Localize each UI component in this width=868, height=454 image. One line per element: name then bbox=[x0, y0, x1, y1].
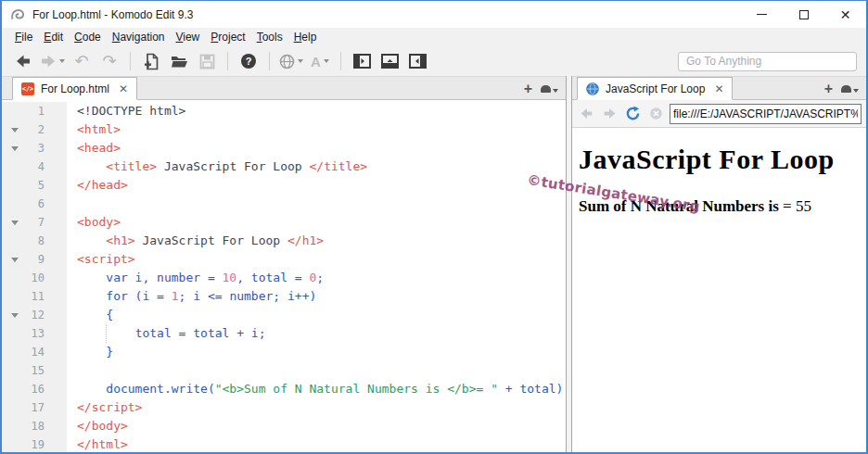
code-line[interactable]: total = total + i; bbox=[77, 324, 566, 343]
font-size-icon: A bbox=[311, 54, 321, 69]
undo-button[interactable]: ↶ bbox=[70, 49, 93, 73]
fold-arrow-icon[interactable] bbox=[11, 258, 26, 262]
menu-help[interactable]: Help bbox=[288, 31, 323, 44]
code-line[interactable]: { bbox=[77, 306, 566, 324]
pane-splitter[interactable] bbox=[566, 76, 572, 452]
line-number: 12 bbox=[26, 306, 45, 324]
new-tab-button[interactable]: + bbox=[524, 83, 532, 95]
code-token bbox=[77, 233, 106, 247]
toolbar: ↶ ↷ ? bbox=[2, 46, 866, 76]
code-line[interactable]: <html> bbox=[77, 120, 566, 139]
toggle-right-pane-button[interactable] bbox=[406, 49, 428, 73]
browser-preview-button[interactable] bbox=[279, 49, 303, 73]
font-size-button[interactable]: A bbox=[309, 49, 331, 73]
fold-arrow-icon[interactable] bbox=[11, 128, 26, 132]
code-line[interactable]: <script> bbox=[77, 250, 566, 269]
forward-icon bbox=[40, 53, 57, 69]
new-tab-button[interactable]: + bbox=[824, 83, 833, 95]
code-area[interactable]: <!DOCTYPE html><html><head> <title> Java… bbox=[67, 102, 566, 452]
tab-menu-button[interactable] bbox=[541, 85, 558, 93]
back-button[interactable] bbox=[12, 49, 34, 73]
gutter-row: 13 bbox=[2, 324, 67, 343]
komodo-app-icon bbox=[10, 7, 25, 22]
code-line[interactable]: var i, number = 10, total = 0; bbox=[77, 269, 566, 287]
tab-close-icon[interactable]: ✕ bbox=[119, 82, 128, 95]
maximize-button[interactable] bbox=[783, 1, 824, 28]
tab-for-loop-html[interactable]: </> For Loop.html ✕ bbox=[12, 77, 137, 100]
minimize-button[interactable] bbox=[741, 1, 783, 28]
url-input[interactable] bbox=[670, 104, 862, 124]
code-token: JavaScript For Loop bbox=[157, 159, 309, 173]
code-token: </script> bbox=[77, 400, 142, 414]
browser-stop-button[interactable] bbox=[646, 105, 665, 123]
code-token bbox=[77, 289, 106, 303]
browser-forward-button[interactable] bbox=[600, 105, 619, 123]
stop-icon bbox=[649, 107, 663, 120]
code-token: JavaScript For Loop bbox=[135, 233, 287, 247]
gutter: 12345678910111213141516171819 bbox=[2, 102, 67, 452]
close-button[interactable]: ✕ bbox=[824, 1, 866, 28]
code-line[interactable]: </html> bbox=[77, 435, 566, 452]
code-line[interactable]: } bbox=[77, 343, 566, 361]
menu-navigation[interactable]: Navigation bbox=[107, 31, 171, 44]
redo-button[interactable]: ↷ bbox=[98, 49, 121, 73]
chevron-down-icon bbox=[853, 89, 859, 93]
preview-tab-bar: JavaScript For Loop ✕ + bbox=[572, 76, 866, 100]
code-token: ; bbox=[316, 271, 324, 284]
menu-edit[interactable]: Edit bbox=[38, 31, 69, 44]
fold-arrow-icon[interactable] bbox=[11, 313, 26, 318]
globe-icon bbox=[586, 82, 599, 95]
browser-back-button[interactable] bbox=[577, 105, 595, 123]
tab-menu-button[interactable] bbox=[841, 85, 859, 93]
code-token: + total); bbox=[498, 382, 566, 396]
open-file-button[interactable] bbox=[168, 49, 190, 73]
toggle-bottom-pane-button[interactable] bbox=[378, 49, 401, 73]
reload-icon bbox=[625, 106, 641, 121]
indent-guide bbox=[106, 324, 107, 343]
code-line[interactable]: </body> bbox=[77, 417, 566, 435]
code-line[interactable]: <title> JavaScript For Loop </title> bbox=[77, 158, 566, 176]
gutter-row: 12 bbox=[2, 306, 67, 324]
line-number: 15 bbox=[26, 361, 45, 380]
code-line[interactable]: <!DOCTYPE html> bbox=[77, 102, 566, 120]
tab-label: JavaScript For Loop bbox=[606, 82, 705, 95]
fold-arrow-icon[interactable] bbox=[11, 221, 26, 225]
tab-menu-icon bbox=[541, 85, 551, 93]
code-editor[interactable]: 12345678910111213141516171819 <!DOCTYPE … bbox=[2, 100, 566, 452]
toggle-left-pane-button[interactable] bbox=[351, 49, 373, 73]
code-line[interactable] bbox=[77, 361, 566, 380]
code-line[interactable]: <h1> JavaScript For Loop </h1> bbox=[77, 232, 566, 250]
tab-close-icon[interactable]: ✕ bbox=[714, 82, 723, 95]
tab-menu-icon bbox=[841, 85, 851, 93]
code-token: <title> bbox=[106, 159, 157, 173]
menu-project[interactable]: Project bbox=[205, 31, 250, 44]
toggle-bottom-pane-icon bbox=[381, 54, 399, 69]
code-token: <html> bbox=[77, 122, 121, 136]
code-line[interactable]: document.write("<b>Sum of N Natural Numb… bbox=[77, 380, 566, 398]
close-icon: ✕ bbox=[840, 8, 851, 21]
code-line[interactable]: for (i = 1; i <= number; i++) bbox=[77, 287, 566, 306]
search-input[interactable] bbox=[678, 52, 857, 71]
line-number: 5 bbox=[26, 176, 45, 195]
line-number: 17 bbox=[26, 398, 45, 417]
code-line[interactable] bbox=[77, 195, 566, 213]
menu-file[interactable]: File bbox=[9, 31, 38, 44]
browser-reload-button[interactable] bbox=[623, 105, 642, 123]
code-line[interactable]: <body> bbox=[77, 213, 566, 232]
code-token: </html> bbox=[77, 437, 128, 451]
code-line[interactable]: </script> bbox=[77, 398, 566, 417]
fold-arrow-icon[interactable] bbox=[11, 146, 26, 151]
code-line[interactable]: </head> bbox=[77, 176, 566, 195]
tab-javascript-for-loop[interactable]: JavaScript For Loop ✕ bbox=[577, 77, 733, 100]
save-button[interactable] bbox=[196, 49, 218, 73]
code-token: document.write( bbox=[106, 382, 214, 396]
new-file-button[interactable] bbox=[140, 49, 162, 73]
code-line[interactable]: <head> bbox=[77, 139, 566, 158]
code-token: <head> bbox=[77, 141, 121, 155]
menu-tools[interactable]: Tools bbox=[251, 31, 288, 44]
menu-view[interactable]: View bbox=[170, 31, 205, 44]
tab-label: For Loop.html bbox=[41, 82, 109, 95]
menu-code[interactable]: Code bbox=[69, 31, 107, 44]
forward-button[interactable] bbox=[40, 49, 65, 73]
help-button[interactable]: ? bbox=[237, 49, 260, 73]
